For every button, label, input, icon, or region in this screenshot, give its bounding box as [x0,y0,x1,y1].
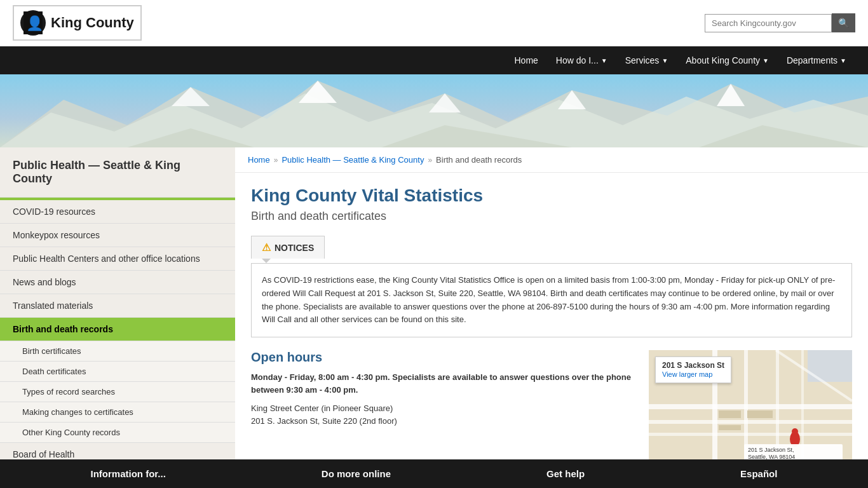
svg-rect-14 [649,433,852,436]
sidebar-item-death-certs[interactable]: Death certificates [0,362,235,382]
search-input[interactable] [705,14,832,32]
footer-get-help[interactable]: Get help [546,468,585,479]
notices-label: NOTICES [275,243,314,253]
page-title: King County Vital Statistics [251,186,852,206]
main-nav: Home How do I... ▼ Services ▼ About King… [0,46,868,74]
chevron-down-icon: ▼ [601,57,607,64]
svg-text:201 S Jackson St,: 201 S Jackson St, [748,447,794,453]
page-subtitle: Birth and death certificates [251,210,852,223]
svg-rect-13 [649,420,852,424]
footer-information[interactable]: Information for... [91,468,166,479]
svg-rect-19 [719,410,741,418]
map-placeholder: 201 S Jackson St, Seattle, WA 98104 201 … [649,350,852,464]
breadcrumb-public-health[interactable]: Public Health — Seattle & King County [281,155,424,165]
logo-text: King County [51,15,134,31]
map-column: 201 S Jackson St, Seattle, WA 98104 201 … [649,350,852,464]
nav-services[interactable]: Services ▼ [616,55,677,65]
breadcrumb-sep-1: » [274,156,278,165]
breadcrumb-home[interactable]: Home [248,155,270,165]
header: 👤 King County 🔍 [0,0,868,46]
lower-section: Open hours Monday - Friday, 8:00 am - 4:… [251,350,852,464]
search-button[interactable]: 🔍 [832,13,855,32]
content-area: Home » Public Health — Seattle & King Co… [235,147,868,488]
svg-rect-12 [649,404,852,409]
sidebar-item-covid[interactable]: COVID-19 resources [0,200,235,224]
sidebar-item-other-records[interactable]: Other King County records [0,423,235,443]
open-hours-column: Open hours Monday - Friday, 8:00 am - 4:… [251,350,636,464]
page-content: King County Vital Statistics Birth and d… [235,173,868,477]
chevron-down-icon: ▼ [661,57,668,64]
sidebar-item-record-types[interactable]: Types of record searches [0,382,235,402]
notices-box: As COVID-19 restrictions ease, the King … [251,263,852,337]
chevron-down-icon: ▼ [840,57,846,64]
nav-about[interactable]: About King County ▼ [677,55,778,65]
nav-departments[interactable]: Departments ▼ [778,55,855,65]
open-hours-bold: Monday - Friday, 8:00 am - 4:30 pm. Spec… [251,371,636,396]
map-view-larger[interactable]: View larger map [662,370,712,378]
svg-point-25 [792,428,798,435]
chevron-down-icon: ▼ [763,57,769,64]
search-area: 🔍 [705,13,855,32]
breadcrumb-sep-2: » [428,156,432,165]
notices-tab[interactable]: ⚠ NOTICES [251,236,325,259]
king-county-icon: 👤 [20,10,46,36]
sidebar: Public Health — Seattle & King County CO… [0,147,235,488]
open-hours-address: 201 S. Jackson St, Suite 220 (2nd floor) [251,415,636,428]
breadcrumb-current: Birth and death records [436,155,522,165]
svg-text:👤: 👤 [26,15,43,32]
notices-arrow [261,258,271,263]
sidebar-item-monkeypox[interactable]: Monkeypox resources [0,224,235,247]
sidebar-item-changes[interactable]: Making changes to certificates [0,402,235,423]
sidebar-item-birth-certs[interactable]: Birth certificates [0,341,235,362]
mountain-svg [0,74,868,147]
map-address-bubble: 201 S Jackson St View larger map [655,356,731,383]
hero-banner [0,74,868,147]
svg-rect-20 [747,410,773,418]
sidebar-item-birth-death[interactable]: Birth and death records [0,318,235,341]
footer-espanol[interactable]: Español [740,468,777,479]
logo-area: 👤 King County [13,5,142,41]
footer-bar: Information for... Do more online Get he… [0,459,868,488]
logo-box[interactable]: 👤 King County [13,5,142,41]
open-hours-location: King Street Center (in Pioneer Square) [251,402,636,415]
sidebar-title: Public Health — Seattle & King County [0,147,235,198]
sidebar-item-news[interactable]: News and blogs [0,271,235,294]
nav-home[interactable]: Home [506,55,547,65]
sidebar-item-translated[interactable]: Translated materials [0,294,235,318]
footer-do-more[interactable]: Do more online [322,468,391,479]
notices-text: As COVID-19 restrictions ease, the King … [262,274,841,327]
notices-container: ⚠ NOTICES As COVID-19 restrictions ease,… [251,236,852,337]
warning-icon: ⚠ [262,241,271,254]
svg-rect-21 [719,425,741,430]
main-layout: Public Health — Seattle & King County CO… [0,147,868,488]
open-hours-title: Open hours [251,350,636,365]
nav-how-do-i[interactable]: How do I... ▼ [547,55,616,65]
map-address-title: 201 S Jackson St [662,361,724,370]
breadcrumb: Home » Public Health — Seattle & King Co… [235,147,868,173]
sidebar-item-health-centers[interactable]: Public Health Centers and other office l… [0,247,235,271]
